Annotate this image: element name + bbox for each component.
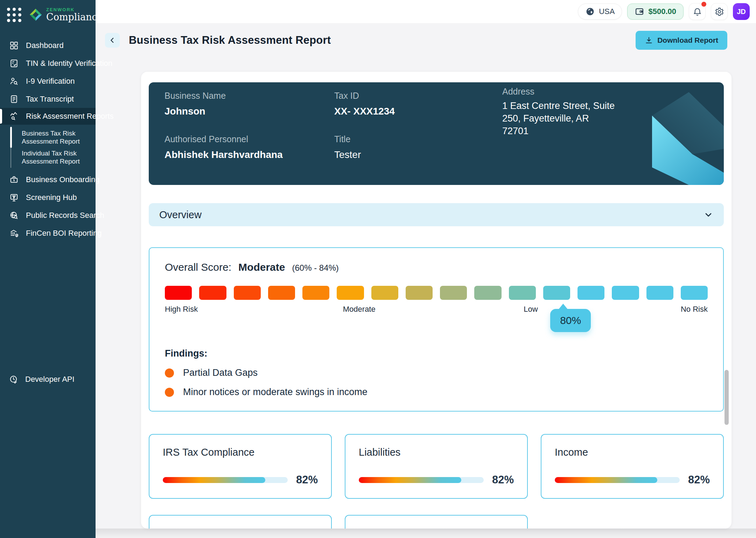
bell-icon — [693, 7, 702, 16]
sidebar-item-risk-assessment-reports[interactable]: Risk Assessment Reports — [0, 108, 96, 125]
sidebar-item-business-onboarding[interactable]: Business Onboarding — [0, 171, 96, 188]
field-label: Business Name — [164, 91, 226, 101]
authorised-personnel-field: Authorised Personnel Abhishek Harshvardh… — [164, 134, 283, 160]
sidebar-item-label: Public Records Search — [26, 211, 104, 220]
metric-card-liabilities: Liabilities 82% — [345, 434, 528, 499]
risk-scale-segment — [509, 286, 536, 300]
sidebar-item-label: Tax Transcript — [26, 95, 74, 104]
sidebar-nav: Dashboard TIN & Identity Verification — [0, 36, 96, 242]
page-heading-row: Business Tax Risk Assessment Report Down… — [105, 30, 727, 50]
field-value: Abhishek Harshvardhana — [164, 149, 283, 160]
score-level: Moderate — [238, 261, 285, 273]
report-panel: Business Name Johnson Tax ID XX- XXX1234… — [141, 72, 732, 529]
metric-title: IRS Tax Compliance — [163, 447, 318, 458]
page-bottom-strip — [96, 529, 756, 538]
sidebar-item-label: Screening Hub — [26, 193, 77, 202]
sidebar-item-tax-transcript[interactable]: Tax Transcript — [0, 90, 96, 108]
metric-title: Liabilities — [359, 447, 514, 458]
sidebar-item-label: Developer API — [25, 375, 75, 384]
metric-bar-row: 82% — [555, 474, 710, 486]
risk-scale: High Risk Moderate Low No Risk 80% — [165, 286, 708, 315]
tax-transcript-icon — [9, 95, 19, 104]
metric-value: 82% — [296, 474, 318, 486]
download-icon — [645, 36, 653, 44]
title-field: Title Tester — [334, 134, 361, 160]
i9-verification-icon — [9, 77, 19, 86]
progress-track — [359, 477, 484, 483]
download-report-button[interactable]: Download Report — [636, 31, 727, 50]
metric-card-income: Income 82% — [541, 434, 724, 499]
metric-bar-row: 82% — [163, 474, 318, 486]
sidebar-subitem-business-tax-report[interactable]: Business Tax Risk Assessment Report — [0, 128, 91, 147]
score-range: (60% - 84%) — [292, 263, 338, 273]
notifications-button[interactable] — [689, 3, 706, 20]
risk-scale-segment — [474, 286, 501, 300]
overview-accordion[interactable]: Overview — [149, 203, 724, 226]
risk-scale-segment — [406, 286, 433, 300]
finding-text: Partial Data Gaps — [183, 367, 258, 378]
score-label: Overall Score: — [165, 261, 231, 273]
sidebar-item-label: TIN & Identity Verification — [26, 59, 112, 68]
wallet-balance[interactable]: $500.00 — [627, 4, 684, 20]
field-value: Johnson — [164, 106, 226, 117]
risk-scale-segment — [199, 286, 226, 300]
top-bar: USA $500.00 JD — [96, 0, 756, 23]
globe-icon — [585, 7, 595, 16]
risk-scale-labels: High Risk Moderate Low No Risk — [165, 303, 708, 315]
risk-scale-segment — [612, 286, 639, 300]
progress-track — [163, 477, 288, 483]
sidebar-item-tin-verification[interactable]: TIN & Identity Verification — [0, 54, 96, 72]
app-launcher-icon[interactable] — [7, 8, 21, 22]
page-title: Business Tax Risk Assessment Report — [129, 34, 331, 47]
sidebar-item-i9-verification[interactable]: I-9 Verification — [0, 72, 96, 90]
metric-value: 82% — [688, 474, 710, 486]
compliancely-logo-icon — [28, 7, 43, 22]
screening-hub-icon — [9, 193, 19, 202]
sidebar-item-label: Dashboard — [26, 41, 64, 50]
risk-scale-segment — [578, 286, 604, 300]
metric-title: Income — [555, 447, 710, 458]
address-field: Address 1 East Centre Street, Suite 250,… — [502, 87, 618, 137]
risk-scale-segment — [646, 286, 673, 300]
sidebar-item-screening-hub[interactable]: Screening Hub — [0, 188, 96, 206]
country-selector[interactable]: USA — [578, 4, 622, 20]
field-value: 1 East Centre Street, Suite 250, Fayette… — [502, 99, 618, 137]
sidebar-logo-row: ZENWORK Compliancely — [0, 0, 96, 29]
risk-scale-segment — [440, 286, 467, 300]
progress-fill — [555, 477, 657, 483]
metrics-row-1: IRS Tax Compliance 82% Liabilities 82% I… — [149, 434, 724, 499]
finding-bullet-icon — [165, 368, 174, 378]
public-records-icon — [9, 211, 19, 220]
finding-item: Minor notices or moderate swings in inco… — [165, 387, 708, 398]
sidebar-item-dashboard[interactable]: Dashboard — [0, 36, 96, 54]
brand-name: Compliancely — [46, 12, 111, 22]
sidebar-item-label: FinCen BOI Reporting — [26, 229, 102, 238]
wallet-amount: $500.00 — [648, 7, 676, 16]
sidebar-item-public-records-search[interactable]: Public Records Search — [0, 206, 96, 224]
finding-bullet-icon — [165, 388, 174, 397]
fincen-icon — [9, 229, 19, 238]
field-value: XX- XXX1234 — [334, 106, 395, 117]
sidebar-item-developer-api[interactable]: Developer API — [0, 375, 96, 538]
overview-title: Overview — [159, 209, 202, 221]
scale-label-moderate: Moderate — [343, 305, 376, 314]
vertical-scrollbar-thumb[interactable] — [724, 370, 729, 425]
metrics-row-2: Public Record Penalties — [149, 515, 724, 529]
settings-button[interactable] — [711, 3, 728, 20]
score-header: Overall Score: Moderate (60% - 84%) — [165, 261, 708, 273]
sidebar-item-fincen-boi-reporting[interactable]: FinCen BOI Reporting — [0, 224, 96, 242]
country-label: USA — [599, 7, 615, 16]
risk-scale-segments — [165, 286, 708, 300]
finding-item: Partial Data Gaps — [165, 367, 708, 378]
brand-logo: ZENWORK Compliancely — [28, 7, 111, 22]
finding-text: Minor notices or moderate swings in inco… — [183, 387, 368, 398]
risk-scale-segment — [371, 286, 398, 300]
chevron-down-icon[interactable] — [704, 210, 713, 220]
user-avatar[interactable]: JD — [733, 3, 750, 20]
overall-score-card: Overall Score: Moderate (60% - 84%) High… — [149, 247, 724, 412]
risk-scale-segment — [337, 286, 364, 300]
clock-check-icon — [9, 375, 18, 384]
sidebar-subitem-individual-tax-report[interactable]: Individual Tax Risk Assessment Report — [0, 148, 91, 167]
progress-track — [555, 477, 680, 483]
back-button[interactable] — [105, 33, 120, 48]
